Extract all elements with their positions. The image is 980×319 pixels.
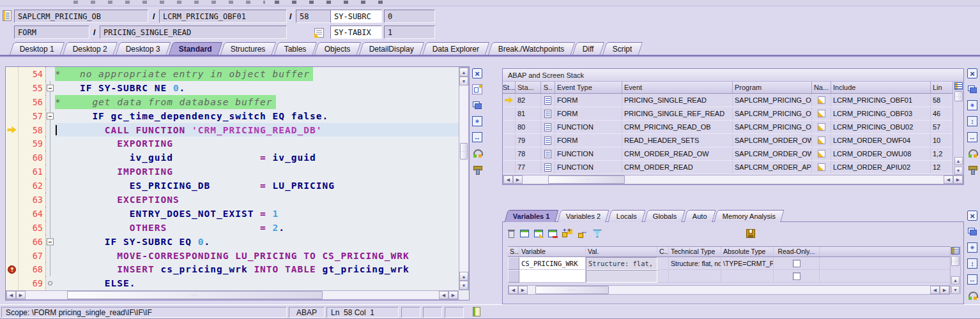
save-icon[interactable] bbox=[746, 229, 755, 238]
tab-detaildisplay[interactable]: DetailDisplay bbox=[359, 42, 425, 55]
code-line[interactable]: 56* get data from database buffer bbox=[6, 95, 459, 109]
code-line[interactable]: 63 EXCEPTIONS bbox=[6, 193, 459, 207]
fold-collapse-icon[interactable]: − bbox=[47, 238, 54, 245]
scroll-up-button[interactable]: ▲ bbox=[951, 276, 960, 285]
breakpoint-margin[interactable] bbox=[6, 95, 19, 109]
vars-tab-variables-2[interactable]: Variables 2 bbox=[557, 210, 609, 222]
scroll-left-button[interactable]: ◀ bbox=[944, 175, 953, 184]
sync-icon[interactable] bbox=[967, 290, 977, 300]
code-text[interactable]: OTHERS = 2. bbox=[55, 221, 459, 235]
stack-column-header-na[interactable]: Na... bbox=[812, 82, 831, 93]
code-line[interactable]: 58 CALL FUNCTION 'CRM_PRICING_READ_DB' bbox=[6, 123, 459, 137]
breakpoint-margin[interactable] bbox=[6, 207, 19, 221]
tab-script[interactable]: Script bbox=[602, 42, 643, 55]
code-vertical-scrollbar[interactable]: ▲ ▼ ▲ ▼ bbox=[459, 67, 469, 290]
code-text[interactable]: IMPORTING bbox=[55, 165, 459, 179]
code-line[interactable]: 54* no appropriate entry in object buffe… bbox=[6, 67, 459, 81]
scroll-left-button[interactable]: ◀ bbox=[6, 291, 16, 299]
stack-navigate-cell[interactable] bbox=[812, 161, 831, 174]
tab-tables[interactable]: Tables bbox=[274, 42, 317, 55]
scroll-up-button[interactable]: ▲ bbox=[459, 68, 468, 77]
stack-row[interactable]: 77FUNCTIONCRM_ORDER_READSAPLCRM_ORDER_AP… bbox=[503, 161, 953, 174]
scroll-thumb[interactable] bbox=[67, 291, 323, 299]
code-text[interactable]: * get data from database buffer bbox=[55, 95, 459, 109]
fold-collapse-icon[interactable]: − bbox=[47, 112, 54, 119]
scroll-down-button[interactable]: ▼ bbox=[951, 286, 960, 294]
tab-desktop-1[interactable]: Desktop 1 bbox=[10, 42, 65, 55]
resize-vertical-icon[interactable] bbox=[967, 258, 977, 269]
include-field[interactable]: LCRM_PRICING_OBF01 bbox=[159, 10, 287, 23]
scroll-thumb[interactable] bbox=[535, 286, 609, 294]
tab-desktop-3[interactable]: Desktop 3 bbox=[116, 42, 171, 55]
code-text[interactable]: ENTRY_DOES_NOT_EXIST = 1 bbox=[55, 207, 459, 221]
close-icon[interactable] bbox=[967, 68, 977, 78]
scroll-right-button[interactable]: ▶ bbox=[940, 286, 949, 294]
sy-subrc-value-field[interactable]: 0 bbox=[384, 10, 435, 23]
variable-value-cell[interactable] bbox=[586, 270, 657, 283]
code-text[interactable]: IF SY-SUBRC EQ 0. bbox=[55, 235, 459, 249]
stack-navigate-cell[interactable] bbox=[812, 147, 831, 160]
scroll-up-button[interactable]: ▲ bbox=[954, 157, 963, 165]
table-remove-icon[interactable] bbox=[548, 230, 557, 237]
scroll-thumb[interactable] bbox=[460, 143, 468, 160]
stack-row[interactable]: 80FUNCTIONCRM_PRICING_READ_OBSAPLCRM_PRI… bbox=[503, 121, 953, 134]
scroll-right-button[interactable]: ▶ bbox=[448, 291, 458, 299]
code-line[interactable]: 69 ELSE. bbox=[6, 276, 459, 290]
variables-column-header-read-only[interactable]: Read-Only... bbox=[774, 247, 820, 256]
maximize-icon[interactable] bbox=[967, 100, 977, 110]
scroll-down-button[interactable]: ▼ bbox=[954, 167, 963, 175]
transfer-icon[interactable] bbox=[578, 228, 588, 239]
variables-column-header-val[interactable]: Val. bbox=[586, 247, 657, 256]
stack-row[interactable]: 78FUNCTIONCRM_ORDER_READ_OWSAPLCRM_ORDER… bbox=[503, 147, 953, 161]
variables-column-header-c[interactable]: C... bbox=[657, 247, 669, 256]
navigate-icon[interactable] bbox=[818, 96, 825, 104]
code-line[interactable]: 57− IF gc_time_dependency_switch EQ fals… bbox=[6, 109, 459, 123]
variable-name-cell[interactable] bbox=[519, 270, 586, 283]
code-text[interactable]: iv_guid = iv_guid bbox=[55, 151, 459, 165]
breakpoint-margin[interactable] bbox=[6, 262, 19, 276]
swap-icon[interactable] bbox=[967, 226, 977, 237]
stack-navigate-cell[interactable] bbox=[812, 94, 831, 107]
sy-tabix-value-field[interactable]: 1 bbox=[384, 26, 435, 39]
code-text[interactable]: IF SY-SUBRC NE 0. bbox=[55, 81, 459, 95]
breakpoint-margin[interactable] bbox=[6, 81, 19, 95]
variables-row[interactable] bbox=[508, 270, 950, 283]
maximize-icon[interactable] bbox=[967, 242, 977, 253]
scroll-left-button[interactable]: ◀ bbox=[509, 286, 518, 294]
code-text[interactable]: ES_PRICING_DB = LU_PRICING bbox=[55, 179, 459, 193]
breakpoint-margin[interactable] bbox=[6, 249, 19, 263]
vars-tab-locals[interactable]: Locals bbox=[608, 210, 645, 222]
stack-vertical-scrollbar[interactable]: ▲ ▼ bbox=[953, 82, 963, 175]
vars-tab-memory-analysis[interactable]: Memory Analysis bbox=[714, 210, 785, 222]
tab-diff[interactable]: Diff bbox=[572, 42, 604, 55]
code-text[interactable]: EXPORTING bbox=[55, 137, 459, 151]
services-icon[interactable] bbox=[472, 164, 482, 174]
variable-name-cell[interactable]: CS_PRICING_WRK bbox=[519, 257, 586, 270]
insert-icon[interactable] bbox=[562, 230, 572, 238]
variables-row[interactable]: CS_PRICING_WRKStructure: flat, no…Struct… bbox=[508, 257, 950, 270]
table-edit-icon[interactable] bbox=[534, 230, 543, 237]
scroll-right-button[interactable]: ▶ bbox=[16, 291, 26, 299]
variables-vertical-scrollbar[interactable]: ▲ ▼ bbox=[950, 246, 961, 294]
scroll-thumb[interactable] bbox=[548, 175, 625, 184]
variables-column-header-s[interactable]: S... bbox=[508, 247, 519, 256]
scroll-down-button[interactable]: ▼ bbox=[459, 281, 468, 290]
stack-column-header-program[interactable]: Program bbox=[733, 82, 812, 93]
variable-value-cell[interactable]: Structure: flat, no… bbox=[586, 257, 657, 270]
variables-column-header-absolute-type[interactable]: Absolute Type bbox=[721, 247, 774, 256]
variables-column-header-variable[interactable]: Variable bbox=[519, 247, 586, 256]
breakpoint-margin[interactable] bbox=[6, 276, 19, 290]
code-line[interactable]: 60 iv_guid = iv_guid bbox=[6, 151, 459, 165]
maximize-icon[interactable] bbox=[472, 116, 482, 126]
delete-icon[interactable] bbox=[508, 229, 515, 238]
fold-collapse-icon[interactable]: − bbox=[47, 84, 54, 91]
stack-navigate-cell[interactable] bbox=[812, 107, 831, 120]
breakpoint-margin[interactable] bbox=[6, 137, 19, 151]
stack-column-header-lin[interactable]: Lin bbox=[931, 82, 950, 93]
code-text[interactable]: * no appropriate entry in object buffer bbox=[55, 67, 459, 81]
event-field[interactable]: PRICING_SINGLE_READ bbox=[100, 26, 287, 39]
line-field[interactable]: 58 bbox=[296, 10, 335, 23]
breakpoint-margin[interactable] bbox=[6, 221, 19, 235]
column-config-icon[interactable] bbox=[951, 247, 960, 255]
close-icon[interactable] bbox=[472, 68, 482, 78]
